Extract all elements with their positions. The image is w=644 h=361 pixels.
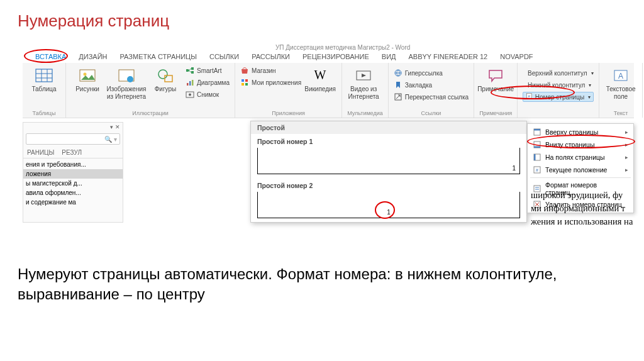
pictures-label: Рисунки xyxy=(75,86,99,93)
page-bottom-icon xyxy=(533,140,541,149)
header-button[interactable]: Верхний колонтитул▾ xyxy=(523,68,594,78)
table-label: Таблица xyxy=(31,86,56,93)
bookmark-icon xyxy=(394,81,402,89)
store-icon xyxy=(240,66,249,75)
crossref-icon xyxy=(394,92,402,101)
textbox-button[interactable]: A Текстовое поле xyxy=(604,65,637,102)
wiki-icon: W xyxy=(311,67,330,84)
textbox-icon: A xyxy=(611,67,630,84)
pagenum-gallery: Простой Простой номер 1 1 Простой номер … xyxy=(250,121,527,223)
svg-point-9 xyxy=(158,70,167,79)
chevron-right-icon: ▸ xyxy=(625,154,628,160)
smartart-button[interactable]: SmartArt xyxy=(186,65,230,75)
group-tables-label: Таблицы xyxy=(28,110,60,116)
video-button[interactable]: Видео из Интернета xyxy=(347,65,380,102)
svg-point-18 xyxy=(189,94,191,96)
myapps-icon xyxy=(240,78,249,87)
pictures-button[interactable]: Рисунки xyxy=(71,65,104,94)
footer-label: Нижний колонтитул xyxy=(528,82,585,89)
pictures-icon xyxy=(78,67,97,84)
chart-button[interactable]: Диаграмма xyxy=(186,77,230,87)
page-current-icon: # xyxy=(533,165,541,174)
submenu-current[interactable]: #Текущее положение▸ xyxy=(528,164,633,176)
menu-separator xyxy=(530,177,631,178)
submenu-current-label: Текущее положение xyxy=(545,166,607,174)
nav-item[interactable]: ы магистерской д... xyxy=(23,179,123,188)
tab-mailings[interactable]: РАССЫЛКИ xyxy=(245,50,296,63)
ribbon: Таблица Таблицы Рисунки Изображения из И… xyxy=(23,63,634,118)
svg-point-6 xyxy=(84,73,87,76)
header-label: Верхний колонтитул xyxy=(528,70,587,77)
svg-rect-16 xyxy=(192,80,194,86)
video-label: Видео из Интернета xyxy=(348,86,379,101)
nav-item[interactable]: авила оформлен... xyxy=(23,188,123,197)
screenshot-button[interactable]: Снимок xyxy=(186,89,230,99)
tab-insert[interactable]: ВСТАВКА xyxy=(29,50,72,63)
wiki-button[interactable]: W Википедия xyxy=(304,65,336,94)
nav-search[interactable]: 🔍 ▾ xyxy=(26,133,120,145)
nav-item[interactable]: ложения xyxy=(23,169,123,179)
svg-rect-20 xyxy=(245,79,248,82)
footer-button[interactable]: Нижний колонтитул▾ xyxy=(523,80,594,90)
svg-rect-38 xyxy=(534,147,540,148)
smartart-label: SmartArt xyxy=(197,67,221,74)
slide-caption: Нумеруют страницы автоматически. Формат … xyxy=(18,264,609,305)
nav-dropdown-icon[interactable]: ▾ ✕ xyxy=(110,124,120,130)
svg-rect-19 xyxy=(242,79,244,82)
nav-tab-pages[interactable]: РАНИЦЫ xyxy=(23,147,58,158)
tab-review[interactable]: РЕЦЕНЗИРОВАНИЕ xyxy=(296,50,375,63)
svg-rect-40 xyxy=(534,154,536,160)
chart-label: Диаграмма xyxy=(197,79,230,86)
nav-item[interactable]: и содержание ма xyxy=(23,197,123,207)
nav-tab-results[interactable]: РЕЗУЛ xyxy=(58,147,86,158)
doc-text-line: широкой эрудицией, фу xyxy=(531,189,644,202)
group-links-label: Ссылки xyxy=(394,110,469,116)
svg-rect-12 xyxy=(191,67,194,70)
ribbon-tabs: ВСТАВКА ДИЗАЙН РАЗМЕТКА СТРАНИЦЫ ССЫЛКИ … xyxy=(29,50,540,63)
submenu-margins-label: На полях страницы xyxy=(545,153,605,161)
group-text: A Текстовое поле Текст xyxy=(599,63,643,118)
table-button[interactable]: Таблица xyxy=(28,65,60,94)
gallery-item-1[interactable]: Простой номер 1 1 xyxy=(251,134,526,178)
gallery-item-1-preview: 1 xyxy=(257,148,520,174)
page-number-sample: 1 xyxy=(512,165,516,172)
nav-header: ▾ ✕ xyxy=(23,123,123,131)
svg-rect-36 xyxy=(534,129,540,131)
tab-design[interactable]: ДИЗАЙН xyxy=(72,50,113,63)
online-pictures-button[interactable]: Изображения из Интернета xyxy=(106,65,147,102)
submenu-margins[interactable]: На полях страницы▸ xyxy=(528,151,633,164)
navigation-pane: ▾ ✕ 🔍 ▾ РАНИЦЫ РЕЗУЛ ения и требования..… xyxy=(23,122,123,223)
hyperlink-button[interactable]: Гиперссылка xyxy=(394,68,469,78)
submenu-bottom[interactable]: Внизу страницы▸ xyxy=(528,138,633,151)
group-comments: Примечание Примечания xyxy=(474,63,518,118)
svg-rect-22 xyxy=(245,83,248,86)
tab-references[interactable]: ССЫЛКИ xyxy=(203,50,245,63)
tab-abbyy[interactable]: ABBYY FineReader 12 xyxy=(402,50,494,63)
svg-text:#: # xyxy=(528,94,530,98)
store-button[interactable]: Магазин xyxy=(240,65,301,75)
group-media: Видео из Интернета Мультимедиа xyxy=(342,63,389,118)
svg-text:#: # xyxy=(536,168,538,172)
bookmark-button[interactable]: Закладка xyxy=(394,80,469,90)
gallery-item-2[interactable]: Простой номер 2 1 xyxy=(251,178,526,222)
nav-item[interactable]: ения и требования... xyxy=(23,160,123,169)
tab-layout[interactable]: РАЗМЕТКА СТРАНИЦЫ xyxy=(114,50,203,63)
nav-items: ения и требования... ложения ы магистерс… xyxy=(23,158,123,207)
tab-novapdf[interactable]: novaPDF xyxy=(494,50,539,63)
gallery-item-2-name: Простой номер 2 xyxy=(257,182,520,189)
screenshot-label: Снимок xyxy=(197,91,219,98)
crossref-button[interactable]: Перекрестная ссылка xyxy=(394,92,469,102)
page-number-sample: 1 xyxy=(387,209,391,216)
group-apps: Магазин Мои приложения W Википедия Прило… xyxy=(235,63,342,118)
tab-view[interactable]: ВИД xyxy=(375,50,402,63)
hyperlink-icon xyxy=(394,69,402,77)
page-margins-icon xyxy=(533,153,541,162)
shapes-icon xyxy=(156,67,175,84)
comment-button[interactable]: Примечание xyxy=(479,65,512,94)
myapps-button[interactable]: Мои приложения xyxy=(240,77,301,87)
group-text-label: Текст xyxy=(604,110,637,116)
shapes-button[interactable]: Фигуры xyxy=(149,65,182,94)
smartart-icon xyxy=(186,66,194,75)
pagenum-button[interactable]: #Номер страницы▾ xyxy=(523,92,594,102)
submenu-top[interactable]: Вверху страницы▸ xyxy=(528,126,633,138)
